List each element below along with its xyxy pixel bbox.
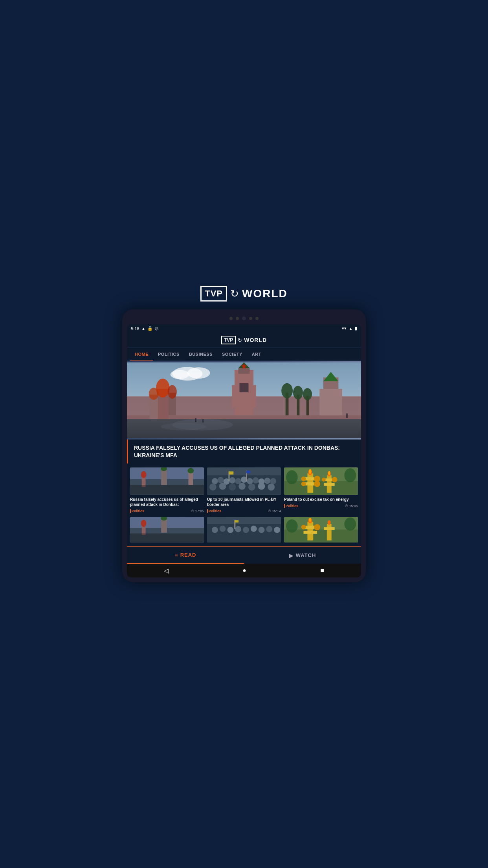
svg-point-45 — [218, 477, 224, 483]
status-icon-2: 🔒 — [147, 326, 153, 331]
tab-art[interactable]: ART — [247, 348, 266, 360]
news-thumb-6[interactable] — [284, 517, 358, 542]
svg-rect-39 — [188, 471, 193, 485]
news-thumb-4[interactable] — [130, 517, 204, 542]
svg-point-85 — [344, 468, 356, 482]
tab-home[interactable]: HOME — [130, 348, 153, 360]
svg-point-95 — [212, 527, 218, 533]
news-grid-row1: Russia falsely accuses us of alleged pla… — [127, 463, 361, 517]
svg-point-56 — [219, 483, 226, 490]
svg-point-91 — [141, 520, 147, 527]
wifi-icon: ▾▾ — [342, 326, 347, 331]
news-card-3-title: Poland to cut excise tax on energy — [284, 497, 358, 502]
nav-recent-button[interactable]: ■ — [320, 567, 324, 574]
svg-point-14 — [149, 388, 159, 400]
news-card-1-time: ⏱ 17:05 — [191, 509, 204, 513]
nav-tabs: HOME POLITICS BUSINESS SOCIETY ART — [127, 348, 361, 361]
app-header: TVP ↻ WORLD — [127, 333, 361, 348]
news-card-2-time: ⏱ 15:14 — [268, 509, 281, 513]
tab-business[interactable]: BUSINESS — [184, 348, 217, 360]
category-bar-1 — [130, 509, 131, 513]
svg-rect-16 — [319, 389, 342, 415]
news-grid-row2 — [127, 517, 361, 546]
svg-point-57 — [229, 484, 236, 491]
svg-point-103 — [274, 527, 280, 533]
svg-point-101 — [259, 527, 265, 533]
tablet-dot-1 — [229, 317, 233, 320]
svg-point-40 — [187, 468, 194, 473]
news-card-3[interactable]: Poland to cut excise tax on energy Polit… — [284, 467, 358, 513]
svg-point-98 — [235, 526, 241, 532]
nav-home-button[interactable]: ● — [242, 567, 246, 574]
svg-rect-30 — [195, 418, 196, 422]
svg-point-99 — [243, 527, 249, 533]
svg-point-59 — [248, 484, 255, 491]
svg-point-117 — [328, 520, 331, 525]
status-left: 5:18 ▲ 🔒 ◎ — [131, 326, 159, 331]
svg-rect-63 — [229, 471, 233, 474]
bottom-bar: ≡ READ ▶ WATCH — [127, 546, 361, 564]
news-thumb-2 — [207, 467, 281, 495]
svg-point-72 — [301, 476, 306, 481]
header-rotate-icon: ↻ — [238, 337, 242, 343]
svg-rect-5 — [238, 368, 250, 374]
signal-icon: ▲ — [349, 326, 353, 331]
svg-point-80 — [332, 477, 338, 482]
svg-rect-110 — [303, 531, 317, 534]
header-logo-tvp: TVP — [221, 336, 236, 344]
svg-point-47 — [229, 477, 235, 484]
news-thumb-5[interactable] — [207, 517, 281, 542]
svg-point-100 — [251, 526, 257, 532]
tab-watch-label: WATCH — [296, 552, 316, 558]
svg-point-83 — [328, 471, 330, 475]
tablet-device: 5:18 ▲ 🔒 ◎ ▾▾ ▲ ▮ TVP ↻ WORLD — [122, 309, 366, 582]
news-card-1-meta: Politics ⏱ 17:05 — [130, 509, 204, 513]
svg-point-12 — [168, 385, 177, 399]
news-card-1[interactable]: Russia falsely accuses us of alleged pla… — [130, 467, 204, 513]
tab-read[interactable]: ≡ READ — [127, 547, 244, 564]
news-card-1-title: Russia falsely accuses us of alleged pla… — [130, 497, 204, 507]
status-bar: 5:18 ▲ 🔒 ◎ ▾▾ ▲ ▮ — [127, 324, 361, 333]
svg-point-119 — [344, 517, 356, 531]
svg-rect-29 — [127, 419, 361, 438]
svg-point-73 — [314, 481, 320, 487]
tablet-dot-2 — [236, 317, 239, 320]
svg-point-44 — [212, 478, 218, 484]
world-rotate-icon: ↻ — [230, 288, 239, 300]
watch-play-icon: ▶ — [289, 552, 294, 559]
hero-section[interactable]: RUSSIA FALSELY ACCUSES US OF ALLEGED PLA… — [127, 361, 361, 463]
tablet-top-bar — [127, 314, 361, 324]
svg-rect-67 — [284, 481, 358, 495]
tab-politics[interactable]: POLITICS — [153, 348, 184, 360]
svg-rect-35 — [161, 469, 167, 485]
svg-point-21 — [293, 386, 303, 400]
app-logo-world: WORLD — [242, 287, 288, 300]
news-card-2-meta: Politics ⏱ 15:14 — [207, 509, 281, 513]
tablet-screen: 5:18 ▲ 🔒 ◎ ▾▾ ▲ ▮ TVP ↻ WORLD — [127, 324, 361, 577]
svg-point-25 — [187, 368, 210, 379]
header-logo: TVP ↻ WORLD — [221, 336, 267, 344]
read-icon: ≡ — [174, 552, 178, 558]
svg-point-74 — [301, 482, 306, 486]
svg-point-118 — [286, 519, 298, 533]
hero-scene-svg — [127, 361, 361, 440]
status-right: ▾▾ ▲ ▮ — [342, 326, 357, 331]
tablet-camera — [242, 316, 246, 320]
hero-title-bar[interactable]: RUSSIA FALSELY ACCUSES US OF ALLEGED PLA… — [127, 440, 361, 463]
nav-back-button[interactable]: ◁ — [164, 567, 169, 574]
hero-image — [127, 361, 361, 440]
header-logo-world: WORLD — [244, 337, 267, 343]
tab-watch[interactable]: ▶ WATCH — [244, 548, 361, 563]
svg-rect-116 — [324, 527, 335, 530]
news-card-2[interactable]: Up to 30 journalists allowed in PL-BY bo… — [207, 467, 281, 513]
svg-point-61 — [268, 484, 275, 491]
news-card-2-title: Up to 30 journalists allowed in PL-BY bo… — [207, 497, 281, 507]
category-bar-3 — [284, 504, 285, 508]
tab-society[interactable]: SOCIETY — [217, 348, 247, 360]
svg-rect-65 — [246, 471, 250, 473]
svg-point-51 — [253, 477, 259, 484]
svg-point-114 — [309, 518, 311, 522]
android-nav-bar: ◁ ● ■ — [127, 564, 361, 577]
svg-point-102 — [266, 526, 272, 532]
news-thumb-3 — [284, 467, 358, 495]
